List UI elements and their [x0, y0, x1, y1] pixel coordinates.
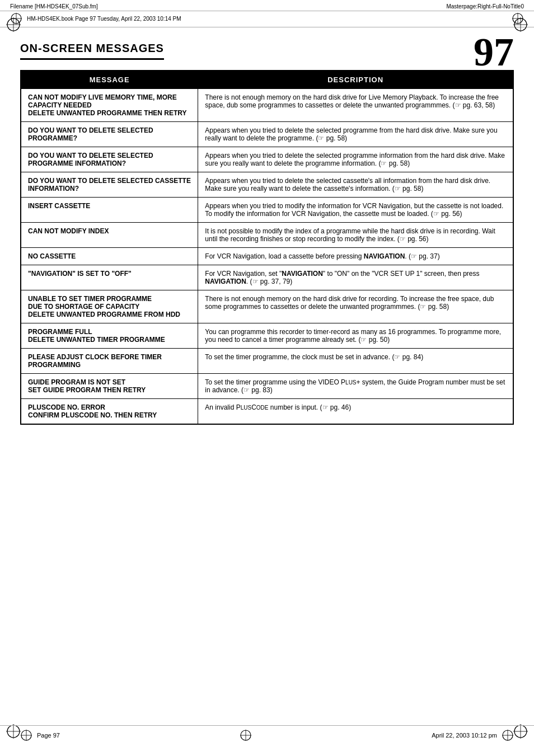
col-description-header: DESCRIPTION [198, 71, 513, 89]
table-row: DO YOU WANT TO DELETE SELECTED PROGRAMME… [21, 147, 513, 172]
message-cell: NO CASSETTE [21, 248, 198, 265]
message-cell: DO YOU WANT TO DELETE SELECTED PROGRAMME… [21, 122, 198, 147]
message-cell: PLUSCODE NO. ERRORCONFIRM PLUSCODE NO. T… [21, 399, 198, 425]
table-row: NO CASSETTEFor VCR Navigation, load a ca… [21, 248, 513, 265]
footer-date: April 22, 2003 10:12 pm [432, 732, 497, 739]
top-bar2: HM-HDS4EK.book Page 97 Tuesday, April 22… [0, 11, 534, 27]
footer-page: Page 97 [37, 732, 60, 739]
description-cell: For VCR Navigation, set "NAVIGATION" to … [198, 265, 513, 290]
reg-mark-top-left [10, 12, 22, 25]
description-cell: Appears when you tried to delete the sel… [198, 147, 513, 172]
message-cell: PROGRAMME FULLDELETE UNWANTED TIMER PROG… [21, 323, 198, 349]
table-row: CAN NOT MODIFY LIVE MEMORY TIME, MORE CA… [21, 89, 513, 122]
col-message-header: MESSAGE [21, 71, 198, 89]
description-cell: Appears when you tried to delete the sel… [198, 122, 513, 147]
masterpage-label: Masterpage:Right-Full-NoTitle0 [446, 3, 524, 10]
description-cell: There is not enough memory on the hard d… [198, 89, 513, 122]
table-row: "NAVIGATION" IS SET TO "OFF"For VCR Navi… [21, 265, 513, 290]
messages-table: MESSAGE DESCRIPTION CAN NOT MODIFY LIVE … [20, 70, 514, 425]
message-cell: PLEASE ADJUST CLOCK BEFORE TIMER PROGRAM… [21, 349, 198, 374]
message-cell: UNABLE TO SET TIMER PROGRAMMEDUE TO SHOR… [21, 290, 198, 323]
section-heading: ON-SCREEN MESSAGES [20, 42, 164, 60]
filename-label: Filename [HM-HDS4EK_07Sub.fm] [10, 3, 98, 10]
message-cell: INSERT CASSETTE [21, 198, 198, 223]
page-number: 97 [474, 32, 514, 72]
message-cell: CAN NOT MODIFY LIVE MEMORY TIME, MORE CA… [21, 89, 198, 122]
description-cell: To set the timer programme using the VID… [198, 374, 513, 399]
table-row: CAN NOT MODIFY INDEXIt is not possible t… [21, 223, 513, 248]
message-cell: GUIDE PROGRAM IS NOT SETSET GUIDE PROGRA… [21, 374, 198, 399]
main-content: 97 ON-SCREEN MESSAGES MESSAGE DESCRIPTIO… [0, 27, 534, 436]
footer: Page 97 April 22, 2003 10:12 pm [0, 725, 534, 745]
description-cell: To set the timer programme, the clock mu… [198, 349, 513, 374]
description-cell: It is not possible to modify the index o… [198, 223, 513, 248]
table-row: UNABLE TO SET TIMER PROGRAMMEDUE TO SHOR… [21, 290, 513, 323]
reg-mark-top-right [512, 12, 524, 25]
top-bar: Filename [HM-HDS4EK_07Sub.fm] Masterpage… [0, 0, 534, 11]
message-cell: DO YOU WANT TO DELETE SELECTED CASSETTE … [21, 172, 198, 198]
table-row: DO YOU WANT TO DELETE SELECTED PROGRAMME… [21, 122, 513, 147]
table-row: PROGRAMME FULLDELETE UNWANTED TIMER PROG… [21, 323, 513, 349]
page-container: Filename [HM-HDS4EK_07Sub.fm] Masterpage… [0, 0, 534, 756]
description-cell: An invalid PLUSCODE number is input. (☞ … [198, 399, 513, 425]
description-cell: You can programme this recorder to timer… [198, 323, 513, 349]
reg-mark-footer-center [240, 729, 252, 741]
message-cell: "NAVIGATION" IS SET TO "OFF" [21, 265, 198, 290]
description-cell: For VCR Navigation, load a cassette befo… [198, 248, 513, 265]
table-row: PLEASE ADJUST CLOCK BEFORE TIMER PROGRAM… [21, 349, 513, 374]
message-cell: DO YOU WANT TO DELETE SELECTED PROGRAMME… [21, 147, 198, 172]
message-cell: CAN NOT MODIFY INDEX [21, 223, 198, 248]
table-row: INSERT CASSETTEAppears when you tried to… [21, 198, 513, 223]
description-cell: Appears when you tried to delete the sel… [198, 172, 513, 198]
book-ref-label: HM-HDS4EK.book Page 97 Tuesday, April 22… [27, 16, 181, 22]
description-cell: There is not enough memory on the hard d… [198, 290, 513, 323]
reg-mark-footer-right [502, 729, 514, 741]
reg-mark-footer-left [20, 729, 32, 741]
table-row: PLUSCODE NO. ERRORCONFIRM PLUSCODE NO. T… [21, 399, 513, 425]
description-cell: Appears when you tried to modify the inf… [198, 198, 513, 223]
table-row: GUIDE PROGRAM IS NOT SETSET GUIDE PROGRA… [21, 374, 513, 399]
table-row: DO YOU WANT TO DELETE SELECTED CASSETTE … [21, 172, 513, 198]
